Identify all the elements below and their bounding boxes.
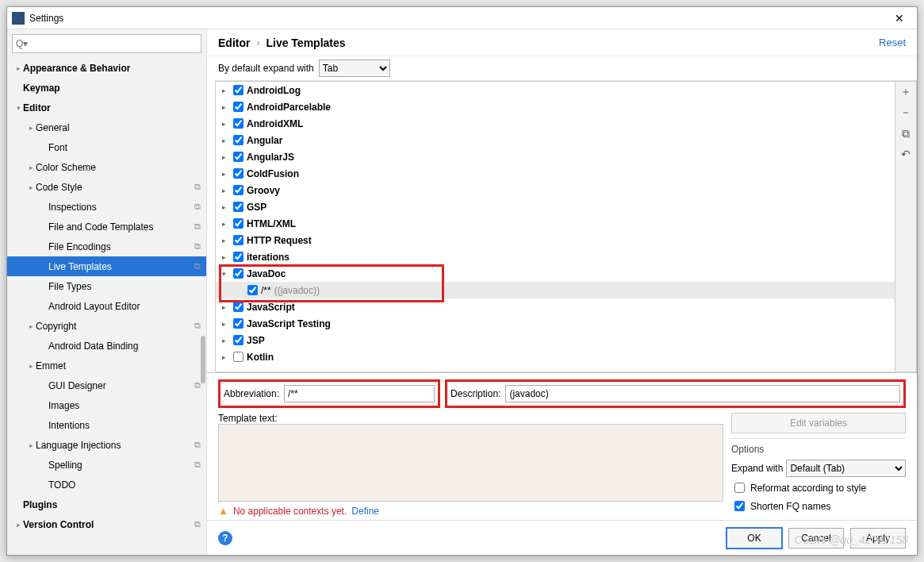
sidebar-item-spelling[interactable]: Spelling⧉ [7, 455, 206, 475]
sidebar-item-android-layout-editor[interactable]: Android Layout Editor [7, 296, 206, 316]
chevron-icon: ▸ [26, 441, 36, 449]
description-input[interactable] [505, 385, 900, 402]
apply-button[interactable]: Apply [850, 528, 906, 549]
template-group-html-xml[interactable]: ▸HTML/XML [216, 215, 895, 232]
sidebar: ▸Appearance & BehaviorKeymap▾Editor▸Gene… [7, 29, 207, 555]
template-text-area[interactable] [218, 424, 723, 502]
sidebar-item-file-and-code-templates[interactable]: File and Code Templates⧉ [7, 217, 206, 237]
revert-icon[interactable]: ↶ [895, 144, 916, 164]
sidebar-item-copyright[interactable]: ▸Copyright⧉ [7, 316, 206, 336]
sidebar-item-editor[interactable]: ▾Editor [7, 98, 206, 117]
cancel-button[interactable]: Cancel [788, 528, 844, 549]
template-checkbox[interactable] [233, 202, 243, 212]
template-group-javascript[interactable]: ▸JavaScript [216, 298, 895, 315]
help-icon[interactable]: ? [218, 531, 232, 545]
sidebar-item-label: Intentions [48, 420, 203, 431]
sidebar-item-keymap[interactable]: Keymap [7, 78, 206, 98]
breadcrumb-a[interactable]: Editor [218, 37, 250, 49]
ok-button[interactable]: OK [727, 528, 782, 549]
template-checkbox[interactable] [233, 168, 243, 179]
template-group-androidparcelable[interactable]: ▸AndroidParcelable [216, 98, 895, 115]
define-link[interactable]: Define [351, 506, 379, 517]
expand-select[interactable]: Tab [319, 60, 390, 77]
scope-icon: ⧉ [192, 221, 203, 232]
template-group-kotlin[interactable]: ▸Kotlin [216, 348, 895, 365]
template-checkbox[interactable] [247, 285, 258, 295]
templates-list[interactable]: ▸AndroidLog▸AndroidParcelable▸AndroidXML… [215, 81, 895, 372]
template-label: JavaDoc [247, 268, 286, 279]
sidebar-item-color-scheme[interactable]: ▸Color Scheme [7, 157, 206, 177]
template-checkbox[interactable] [233, 185, 243, 195]
search-input[interactable] [12, 34, 201, 53]
template-group-gsp[interactable]: ▸GSP [216, 198, 895, 215]
template-group-javascript-testing[interactable]: ▸JavaScript Testing [216, 315, 895, 332]
template-checkbox[interactable] [233, 318, 243, 329]
template-group-groovy[interactable]: ▸Groovy [216, 182, 895, 198]
sidebar-item-font[interactable]: Font [7, 137, 206, 157]
sidebar-item-language-injections[interactable]: ▸Language Injections⧉ [7, 435, 206, 455]
app-icon [12, 12, 25, 25]
template-checkbox[interactable] [233, 302, 243, 312]
reformat-checkbox[interactable] [734, 483, 745, 493]
sidebar-item-live-templates[interactable]: Live Templates⧉ [7, 256, 206, 276]
sidebar-item-label: File Encodings [48, 241, 192, 252]
sidebar-item-file-encodings[interactable]: File Encodings⧉ [7, 237, 206, 256]
template-checkbox[interactable] [233, 152, 243, 162]
scrollbar-thumb[interactable] [201, 336, 205, 383]
sidebar-item-version-control[interactable]: ▸Version Control⧉ [7, 514, 206, 534]
sidebar-item-plugins[interactable]: Plugins [7, 495, 206, 514]
scope-icon: ⧉ [192, 202, 203, 212]
template-group-angularjs[interactable]: ▸AngularJS [216, 148, 895, 165]
settings-tree[interactable]: ▸Appearance & BehaviorKeymap▾Editor▸Gene… [7, 58, 206, 555]
sidebar-item-android-data-binding[interactable]: Android Data Binding [7, 336, 206, 356]
template-group-angular[interactable]: ▸Angular [216, 132, 895, 148]
sidebar-item-gui-designer[interactable]: GUI Designer⧉ [7, 375, 206, 395]
template-group-androidxml[interactable]: ▸AndroidXML [216, 115, 895, 132]
sidebar-item-general[interactable]: ▸General [7, 117, 206, 137]
template-checkbox[interactable] [233, 218, 243, 229]
sidebar-item-todo[interactable]: TODO [7, 475, 206, 495]
template-item[interactable]: /**((javadoc)) [216, 282, 895, 298]
reset-link[interactable]: Reset [879, 37, 906, 48]
sidebar-item-label: Spelling [48, 460, 192, 471]
template-label: JavaScript [247, 302, 295, 313]
close-icon[interactable]: ✕ [887, 12, 912, 25]
add-icon[interactable]: ＋ [895, 82, 916, 102]
template-checkbox[interactable] [233, 252, 243, 262]
expandwith-select[interactable]: Default (Tab) [786, 460, 906, 477]
template-checkbox[interactable] [233, 135, 243, 145]
sidebar-item-images[interactable]: Images [7, 395, 206, 415]
edit-variables-button[interactable]: Edit variables [731, 413, 906, 433]
sidebar-item-intentions[interactable]: Intentions [7, 415, 206, 435]
titlebar: Settings ✕ [7, 7, 917, 29]
abbr-label: Abbreviation: [224, 388, 279, 399]
template-checkbox[interactable] [233, 335, 243, 345]
template-label: Kotlin [247, 352, 274, 363]
template-group-http-request[interactable]: ▸HTTP Request [216, 232, 895, 248]
sidebar-item-appearance-behavior[interactable]: ▸Appearance & Behavior [7, 58, 206, 78]
template-group-androidlog[interactable]: ▸AndroidLog [216, 82, 895, 98]
template-checkbox[interactable] [233, 102, 243, 112]
sidebar-item-emmet[interactable]: ▸Emmet [7, 356, 206, 375]
remove-icon[interactable]: － [895, 102, 916, 123]
template-checkbox[interactable] [233, 118, 243, 129]
template-group-iterations[interactable]: ▸iterations [216, 248, 895, 265]
shorten-checkbox[interactable] [734, 501, 745, 511]
template-checkbox[interactable] [233, 235, 243, 245]
copy-icon[interactable]: ⧉ [895, 123, 916, 144]
template-group-javadoc[interactable]: ▾JavaDoc [216, 265, 895, 282]
sidebar-item-code-style[interactable]: ▸Code Style⧉ [7, 177, 206, 197]
template-checkbox[interactable] [233, 85, 243, 95]
sidebar-item-inspections[interactable]: Inspections⧉ [7, 197, 206, 217]
breadcrumb-sep: › [256, 37, 259, 48]
scope-icon: ⧉ [192, 460, 203, 470]
abbreviation-input[interactable] [284, 385, 435, 402]
main-panel: Editor › Live Templates Reset By default… [207, 29, 917, 555]
template-checkbox[interactable] [233, 352, 243, 362]
template-group-jsp[interactable]: ▸JSP [216, 332, 895, 348]
template-group-coldfusion[interactable]: ▸ColdFusion [216, 165, 895, 182]
template-checkbox[interactable] [233, 268, 243, 279]
sidebar-item-file-types[interactable]: File Types [7, 276, 206, 296]
chevron-icon: ▸ [222, 337, 232, 345]
sidebar-item-label: Language Injections [36, 440, 192, 451]
